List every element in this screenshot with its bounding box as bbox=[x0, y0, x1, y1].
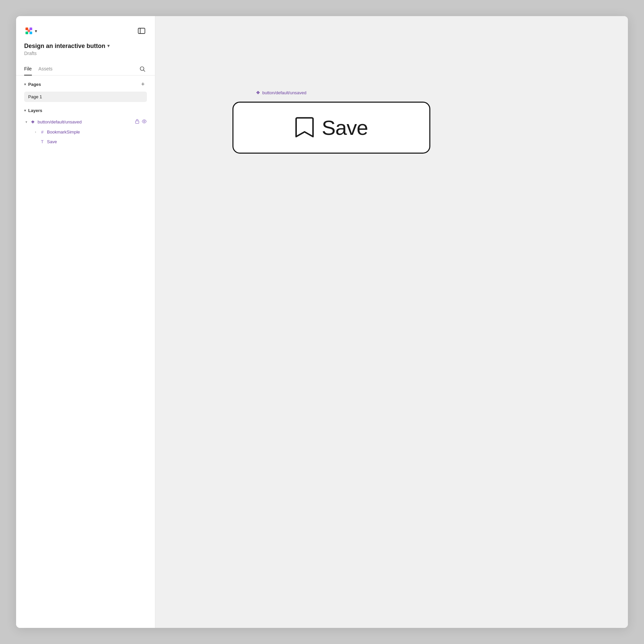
svg-point-10 bbox=[144, 121, 145, 122]
canvas-label-text: button/default/unsaved bbox=[262, 90, 307, 95]
panel-toggle-icon bbox=[138, 28, 145, 34]
svg-rect-1 bbox=[30, 28, 32, 30]
layers-chevron-icon: ▾ bbox=[24, 108, 26, 113]
frame-icon: # bbox=[40, 129, 45, 135]
svg-rect-0 bbox=[25, 28, 28, 30]
svg-rect-2 bbox=[25, 32, 28, 34]
layer-save-text[interactable]: T Save bbox=[24, 137, 147, 147]
search-button[interactable] bbox=[138, 65, 147, 73]
svg-rect-4 bbox=[28, 30, 30, 32]
eye-icon[interactable] bbox=[142, 119, 147, 124]
figma-logo-icon bbox=[24, 26, 34, 36]
sidebar: ▾ Design an interactive button ▾ Drafts … bbox=[16, 16, 155, 628]
svg-rect-5 bbox=[138, 28, 145, 34]
panel-toggle-button[interactable] bbox=[136, 25, 147, 36]
tabs: File Assets bbox=[24, 63, 59, 75]
text-icon: T bbox=[40, 139, 45, 144]
svg-rect-9 bbox=[136, 121, 139, 124]
layer-bookmark-simple[interactable]: › # BookmarkSimple bbox=[24, 127, 147, 137]
main-canvas: ❖ button/default/unsaved Save bbox=[155, 16, 628, 628]
svg-line-8 bbox=[144, 70, 145, 71]
layers-section-header: ▾ Layers bbox=[24, 103, 147, 116]
layer-sub-expand-chevron-icon: › bbox=[34, 130, 38, 134]
project-title[interactable]: Design an interactive button ▾ bbox=[24, 42, 147, 50]
pages-section-title-row[interactable]: ▾ Pages bbox=[24, 82, 41, 87]
sidebar-header: ▾ Design an interactive button ▾ Drafts bbox=[16, 16, 155, 63]
svg-rect-3 bbox=[30, 32, 32, 34]
layer-actions bbox=[135, 119, 147, 125]
layer-button-default-unsaved[interactable]: ▾ ❖ button/default/unsaved bbox=[24, 116, 147, 127]
add-page-button[interactable]: + bbox=[139, 80, 147, 88]
tabs-row: File Assets bbox=[16, 63, 155, 75]
button-preview[interactable]: Save bbox=[232, 102, 430, 154]
canvas-label-diamond-icon: ❖ bbox=[256, 90, 260, 95]
pages-section: ▾ Pages + Page 1 bbox=[16, 75, 155, 103]
tab-assets[interactable]: Assets bbox=[39, 63, 53, 75]
sidebar-top-bar: ▾ bbox=[24, 25, 147, 36]
layers-section-title-row[interactable]: ▾ Layers bbox=[24, 108, 42, 113]
project-title-text: Design an interactive button bbox=[24, 42, 105, 50]
pages-section-header: ▾ Pages + bbox=[24, 75, 147, 92]
logo-area[interactable]: ▾ bbox=[24, 26, 37, 36]
bookmark-preview-icon bbox=[295, 116, 314, 139]
pages-section-title: Pages bbox=[28, 82, 41, 87]
button-preview-label: Save bbox=[322, 116, 368, 140]
project-title-chevron-icon: ▾ bbox=[107, 43, 110, 49]
logo-chevron-icon: ▾ bbox=[35, 29, 37, 34]
tab-file[interactable]: File bbox=[24, 63, 32, 75]
pages-chevron-icon: ▾ bbox=[24, 82, 26, 87]
component-icon: ❖ bbox=[30, 119, 36, 124]
canvas-component-label: ❖ button/default/unsaved bbox=[256, 90, 307, 95]
lock-icon[interactable] bbox=[135, 119, 140, 125]
layer-expand-chevron-icon: ▾ bbox=[24, 120, 28, 124]
layers-section-title: Layers bbox=[28, 108, 42, 113]
app-window: ▾ Design an interactive button ▾ Drafts … bbox=[16, 16, 628, 628]
layer-name-bookmark: BookmarkSimple bbox=[47, 129, 147, 135]
project-subtitle: Drafts bbox=[24, 51, 147, 56]
search-icon bbox=[140, 66, 146, 72]
layers-section: ▾ Layers ▾ ❖ button/default/unsaved bbox=[16, 103, 155, 628]
page-1-item[interactable]: Page 1 bbox=[24, 92, 147, 102]
layer-name-save: Save bbox=[47, 139, 147, 144]
layer-name-button: button/default/unsaved bbox=[38, 119, 133, 124]
